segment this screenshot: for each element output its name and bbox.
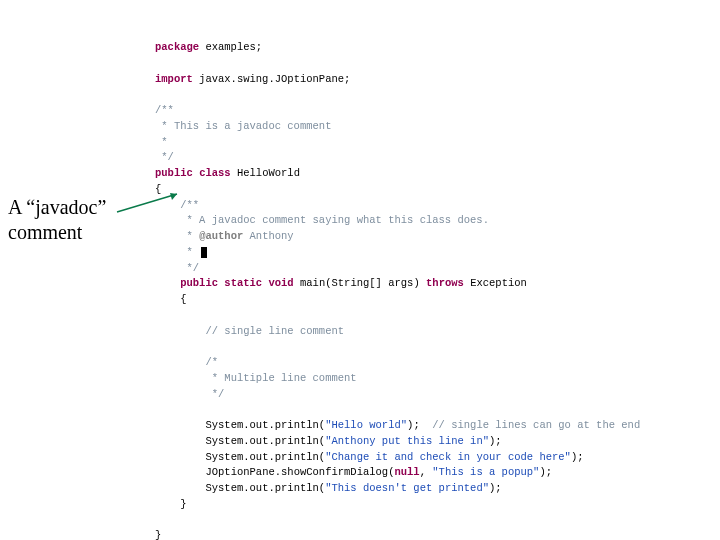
pkg-name: examples; <box>199 41 262 53</box>
paren-4: ); <box>539 466 552 478</box>
kw-public-2: public <box>180 277 218 289</box>
paren-3: ); <box>571 451 584 463</box>
multi-close: */ <box>205 388 224 400</box>
kw-class: class <box>199 167 231 179</box>
annotation-line-2: comment <box>8 221 82 243</box>
class-name: HelloWorld <box>231 167 300 179</box>
paren-2: ); <box>489 435 502 447</box>
kw-public-1: public <box>155 167 193 179</box>
jdoc2-l2-star: * <box>180 230 199 242</box>
kw-void: void <box>268 277 293 289</box>
exception: Exception <box>464 277 527 289</box>
method-name: main <box>294 277 326 289</box>
sys-out-1: System.out.println( <box>205 419 325 431</box>
str2: "Anthony put this line in" <box>325 435 489 447</box>
sys-out-5: System.out.println( <box>205 482 325 494</box>
jdoc2-tag: @author <box>199 230 243 242</box>
end-cmt: // single lines can go at the end <box>420 419 641 431</box>
method-params: (String[] args) <box>325 277 426 289</box>
kw-throws: throws <box>426 277 464 289</box>
jdoc2-open: /** <box>180 199 199 211</box>
str1: "Hello world" <box>325 419 407 431</box>
comma: , <box>420 466 433 478</box>
jdoc1-open: /** <box>155 104 174 116</box>
m-brace-open: { <box>180 293 186 305</box>
brace-close: } <box>155 529 161 540</box>
multi-l1: * Multiple line comment <box>205 372 356 384</box>
jdoc1-close: */ <box>155 151 174 163</box>
jdoc1-l1: * This is a javadoc comment <box>155 120 331 132</box>
m-brace-close: } <box>180 498 186 510</box>
sys-out-3: System.out.println( <box>205 451 325 463</box>
kw-static: static <box>224 277 262 289</box>
null-kw: null <box>394 466 419 478</box>
jdoc2-author: Anthony <box>243 230 293 242</box>
paren-5: ); <box>489 482 502 494</box>
jdoc2-l1: * A javadoc comment saying what this cla… <box>180 214 489 226</box>
single-cmt: // single line comment <box>205 325 344 337</box>
text-cursor <box>201 247 207 258</box>
jdoc2-close: */ <box>180 262 199 274</box>
str5: "This doesn't get printed" <box>325 482 489 494</box>
paren-1: ); <box>407 419 420 431</box>
multi-open: /* <box>205 356 218 368</box>
kw-import: import <box>155 73 193 85</box>
kw-package: package <box>155 41 199 53</box>
code-listing: package examples; import javax.swing.JOp… <box>155 40 705 540</box>
javadoc-annotation: A “javadoc” comment <box>8 195 106 245</box>
annotation-line-1: A “javadoc” <box>8 196 106 218</box>
str3: "Change it and check in your code here" <box>325 451 571 463</box>
import-stmt: javax.swing.JOptionPane; <box>193 73 351 85</box>
jopt: JOptionPane.showConfirmDialog( <box>205 466 394 478</box>
brace-open: { <box>155 183 161 195</box>
jdoc2-l3: * <box>180 246 199 258</box>
str4: "This is a popup" <box>432 466 539 478</box>
jdoc1-l2: * <box>155 136 168 148</box>
sys-out-2: System.out.println( <box>205 435 325 447</box>
